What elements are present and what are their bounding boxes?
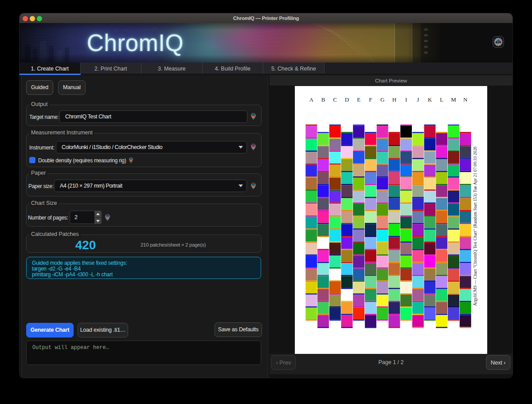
svg-text:D: D [344,96,348,103]
svg-text:I: I [405,96,407,103]
svg-text:J: J [417,96,419,103]
svg-text:L: L [440,96,443,103]
svg-text:N: N [463,96,468,103]
svg-text:A: A [309,96,313,103]
svg-text:M: M [451,96,456,103]
svg-text:C: C [333,96,337,103]
svg-text:ArgyllCMS — Chart "ChromIQ Tes: ArgyllCMS — Chart "ChromIQ Test Chart" (… [472,146,477,306]
svg-text:B: B [321,96,325,103]
svg-text:F: F [369,96,372,103]
svg-text:G: G [380,96,384,103]
svg-text:H: H [392,96,396,103]
svg-text:K: K [427,96,432,103]
svg-text:E: E [357,96,360,103]
